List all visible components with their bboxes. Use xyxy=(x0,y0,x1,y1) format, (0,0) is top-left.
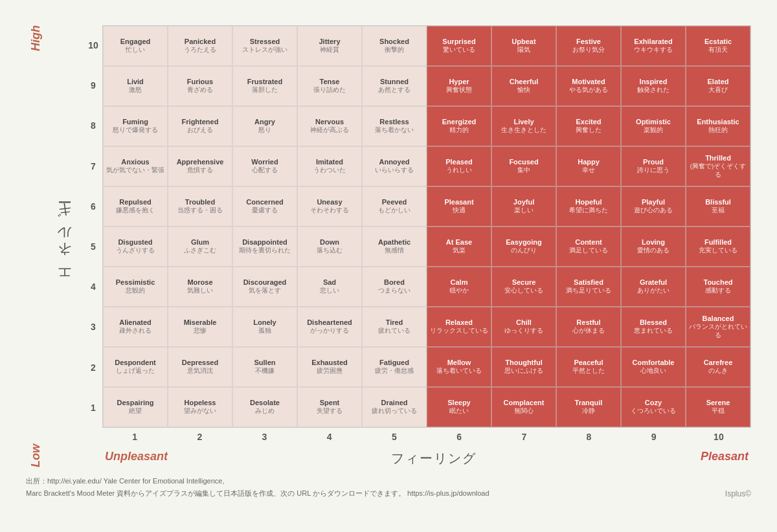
unpleasant-label: Unpleasant xyxy=(105,450,168,467)
row-number: 10 xyxy=(84,25,102,65)
cell-japanese: 激怒 xyxy=(129,86,142,94)
cell-japanese: しょげ返った xyxy=(116,367,155,375)
cell-japanese: 幸せ xyxy=(582,166,595,174)
mood-cell: Despondentしょげ返った xyxy=(103,347,168,387)
mood-cell: Excited興奮した xyxy=(556,106,621,146)
pleasant-label: Pleasant xyxy=(701,450,749,467)
row-number: 5 xyxy=(84,227,102,267)
cell-english: Apathetic xyxy=(378,238,411,247)
cell-japanese: 楽しい xyxy=(514,206,534,214)
mood-cell: Relaxedリラックスしている xyxy=(427,307,491,347)
cell-japanese: 満足している xyxy=(569,247,608,254)
mood-cell: Pleasedうれしい xyxy=(427,146,491,186)
cell-english: Motivated xyxy=(572,78,605,86)
cell-japanese: 無感情 xyxy=(385,247,404,254)
mood-cell: Loving愛情のある xyxy=(621,227,686,267)
cell-english: Mellow xyxy=(447,359,471,367)
cell-japanese: 有頂天 xyxy=(708,46,728,54)
mood-cell: Blessed恵まれている xyxy=(621,307,686,347)
mood-cell: Motivatedやる気がある xyxy=(556,66,621,106)
cell-english: Repulsed xyxy=(119,198,152,206)
mood-cell: Exhilaratedウキウキする xyxy=(621,26,686,66)
cell-japanese: 落胆した xyxy=(252,86,278,94)
cell-english: Hopeless xyxy=(185,399,216,407)
cell-english: Down xyxy=(320,238,339,247)
mood-cell: Repulsed嫌悪感を抱く xyxy=(103,186,168,227)
mood-cell: Stressedストレスが強い xyxy=(232,26,297,66)
cell-english: Chill xyxy=(516,318,532,327)
cell-japanese: 神経質 xyxy=(320,46,339,54)
mood-cell: Exhausted疲労困憊 xyxy=(297,347,362,387)
cell-japanese: 充実している xyxy=(699,247,738,254)
cell-japanese: 安心している xyxy=(504,287,543,294)
cell-japanese: 当惑する・困る xyxy=(177,206,223,214)
cell-english: Frustrated xyxy=(247,78,282,86)
cell-english: Shocked xyxy=(379,38,409,46)
cell-japanese: 熱狂的 xyxy=(708,126,728,134)
mood-cell: Carefreeのんき xyxy=(686,347,750,387)
cell-english: Despondent xyxy=(115,359,156,367)
mood-cell: Serene平穏 xyxy=(686,387,750,427)
mood-cell: Jittery神経質 xyxy=(297,26,362,66)
cell-japanese: バランスがとれている xyxy=(688,323,749,339)
mood-cell: Restful心が休まる xyxy=(556,307,621,347)
mood-cell: Sad悲しい xyxy=(297,267,362,307)
mood-cell: Gratefulありがたい xyxy=(621,267,686,307)
row-number: 1 xyxy=(84,388,102,428)
mood-cell: Balancedバランスがとれている xyxy=(686,307,750,347)
cell-english: Hyper xyxy=(449,78,469,86)
cell-english: Exhausted xyxy=(311,359,348,367)
cell-japanese: 驚いている xyxy=(443,46,475,54)
mood-cell: Complacent無関心 xyxy=(491,387,556,427)
cell-english: Stressed xyxy=(250,38,280,46)
cell-english: Jittery xyxy=(319,38,340,46)
mood-grid: Engaged忙しいPanickedうろたえるStressedストレスが強いJi… xyxy=(102,25,751,428)
cell-japanese: 興奮した xyxy=(576,126,602,134)
cell-english: Thoughtful xyxy=(505,359,542,367)
cell-english: Blessed xyxy=(640,318,667,327)
cell-japanese: 忙しい xyxy=(126,46,145,54)
cell-english: Sad xyxy=(323,278,336,287)
cell-japanese: 落ち着いている xyxy=(436,367,482,375)
cell-english: Desolate xyxy=(250,399,280,407)
mood-cell: Engaged忙しい xyxy=(103,26,168,66)
cell-japanese: つまらない xyxy=(378,287,411,294)
cell-english: Sleepy xyxy=(447,399,470,407)
mood-cell: Ecstatic有頂天 xyxy=(686,26,750,66)
mood-cell: Hopeful希望に満ちた xyxy=(556,186,621,227)
cell-english: Serene xyxy=(706,399,730,407)
cell-japanese: うれしい xyxy=(446,166,472,174)
cell-japanese: 快適 xyxy=(453,206,466,214)
cell-japanese: 悲しい xyxy=(320,287,339,294)
cell-japanese: 絶望 xyxy=(129,407,142,415)
cell-english: Disheartened xyxy=(307,318,352,327)
mood-cell: Lonely孤独 xyxy=(232,307,297,347)
cell-japanese: 楽観的 xyxy=(644,126,663,134)
cell-english: Easygoing xyxy=(506,238,542,247)
mood-cell: Shocked衝撃的 xyxy=(362,26,427,66)
cell-english: Upbeat xyxy=(512,38,535,46)
cell-english: Sullen xyxy=(254,359,275,367)
cell-japanese: リラックスしている xyxy=(430,327,488,335)
cell-japanese: 愉快 xyxy=(517,86,530,94)
cell-english: Despairing xyxy=(117,399,154,407)
cell-english: Excited xyxy=(576,118,601,126)
mood-cell: Troubled当惑する・困る xyxy=(168,186,232,227)
row-number: 3 xyxy=(84,307,102,347)
mood-cell: At Ease気楽 xyxy=(427,227,491,267)
mood-cell: Sleepy眠たい xyxy=(427,387,491,427)
cell-english: Glum xyxy=(191,238,209,247)
cell-english: Disappointed xyxy=(242,238,287,247)
bottom-labels: Unpleasant フィーリング Pleasant xyxy=(102,450,751,467)
mood-cell: Miserable悲惨 xyxy=(168,307,232,347)
cell-english: Fulfilled xyxy=(704,238,732,247)
cell-english: Bored xyxy=(384,278,405,287)
cell-english: Worried xyxy=(251,158,278,166)
mood-cell: Morose気難しい xyxy=(168,267,232,307)
footer: 出所：http://ei.yale.edu/ Yale Center for E… xyxy=(26,475,751,500)
cell-english: Playful xyxy=(642,198,665,206)
cell-japanese: 誇りに思う xyxy=(637,166,670,174)
cell-english: Cozy xyxy=(645,399,662,407)
cell-japanese: ふさぎこむ xyxy=(184,247,216,254)
cell-japanese: 満ち足りている xyxy=(566,287,611,294)
